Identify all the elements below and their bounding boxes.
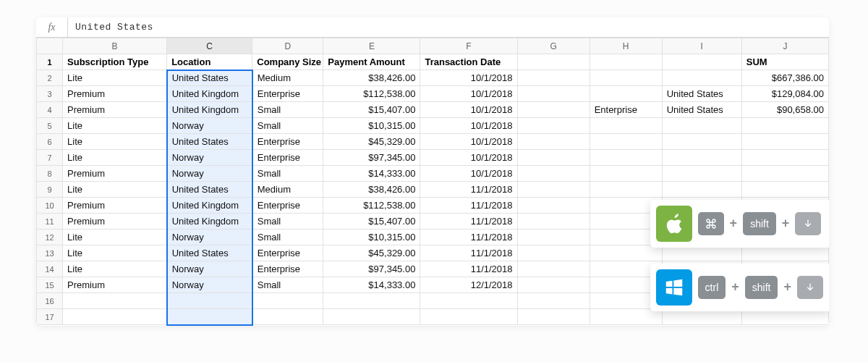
col-header-J[interactable]: J [741,38,828,54]
cell-selected[interactable]: Norway [167,230,252,245]
cell[interactable]: Premium [63,214,167,230]
row-header[interactable]: 3 [37,86,63,102]
cell[interactable]: Transaction Date [420,54,517,70]
cell[interactable]: Lite [63,245,167,261]
cell[interactable]: Premium [63,198,167,214]
cell[interactable]: SUM [741,54,828,70]
cell-selected[interactable]: Norway [167,261,252,277]
cell[interactable]: Lite [63,230,167,245]
row-header[interactable]: 7 [37,150,63,166]
cell[interactable] [662,182,741,198]
cell-selected[interactable]: United States [167,70,252,86]
cell-selected[interactable]: United Kingdom [167,86,252,102]
cell[interactable] [517,245,590,261]
cell[interactable]: 11/1/2018 [420,245,517,261]
cell[interactable] [517,166,590,182]
cell[interactable]: 11/1/2018 [420,214,517,230]
cell[interactable] [323,293,420,309]
cell-selected[interactable]: United Kingdom [167,198,252,214]
cell[interactable]: 12/1/2018 [420,277,517,293]
cell[interactable]: $14,333.00 [323,166,420,182]
cell[interactable]: Enterprise [252,198,323,214]
cell[interactable]: $90,658.00 [741,102,828,118]
row-header[interactable]: 15 [37,277,63,293]
cell[interactable]: 10/1/2018 [420,150,517,166]
cell[interactable] [590,118,662,134]
cell[interactable]: Payment Amount [323,54,420,70]
cell[interactable] [662,118,741,134]
cell[interactable] [741,182,828,198]
cell[interactable]: Enterprise [252,134,323,150]
col-header-C[interactable]: C [167,38,252,54]
cell[interactable] [741,166,828,182]
cell[interactable]: 11/1/2018 [420,198,517,214]
cell-selected[interactable]: Norway [167,118,252,134]
formula-bar[interactable]: fx United States [36,17,829,38]
cell[interactable] [662,150,741,166]
cell[interactable]: 10/1/2018 [420,70,517,86]
col-header-E[interactable]: E [323,38,420,54]
cell[interactable] [741,150,828,166]
cell[interactable]: Subscription Type [63,54,167,70]
cell[interactable] [590,86,662,102]
formula-input[interactable]: United States [68,22,829,33]
cell[interactable]: Lite [63,182,167,198]
cell[interactable]: 10/1/2018 [420,86,517,102]
row-header[interactable]: 8 [37,166,63,182]
cell[interactable] [662,134,741,150]
cell[interactable] [662,166,741,182]
cell[interactable]: $14,333.00 [323,277,420,293]
cell[interactable] [517,230,590,245]
cell[interactable]: Small [252,214,323,230]
cell[interactable] [517,102,590,118]
cell[interactable]: 11/1/2018 [420,230,517,245]
cell[interactable]: Small [252,102,323,118]
cell[interactable]: $10,315.00 [323,230,420,245]
cell[interactable] [590,54,662,70]
cell[interactable]: Location [167,54,252,70]
cell[interactable]: Small [252,118,323,134]
cell[interactable] [662,54,741,70]
cell[interactable]: Enterprise [252,261,323,277]
cell-selected[interactable]: United States [167,134,252,150]
cell[interactable] [590,309,662,325]
cell[interactable] [590,134,662,150]
cell[interactable] [517,182,590,198]
cell[interactable] [517,293,590,309]
cell[interactable]: 10/1/2018 [420,118,517,134]
cell[interactable] [662,309,741,325]
cell[interactable] [517,134,590,150]
cell-selected[interactable]: Norway [167,150,252,166]
cell[interactable]: Premium [63,166,167,182]
cell[interactable] [590,166,662,182]
cell[interactable]: $112,538.00 [323,198,420,214]
cell[interactable] [517,214,590,230]
cell[interactable]: 11/1/2018 [420,182,517,198]
cell[interactable]: Lite [63,150,167,166]
cell[interactable]: Enterprise [252,245,323,261]
cell[interactable]: Lite [63,134,167,150]
col-header-H[interactable]: H [590,38,662,54]
cell[interactable] [517,118,590,134]
cell[interactable]: United States [662,102,741,118]
cell[interactable] [590,70,662,86]
cell[interactable]: Medium [252,70,323,86]
row-header[interactable]: 5 [37,118,63,134]
cell-selected[interactable]: Norway [167,277,252,293]
cell[interactable]: Lite [63,261,167,277]
cell[interactable]: Small [252,230,323,245]
cell[interactable]: Premium [63,102,167,118]
cell[interactable] [741,118,828,134]
cell[interactable]: 10/1/2018 [420,102,517,118]
cell[interactable]: $667,386.00 [741,70,828,86]
row-header[interactable]: 12 [37,230,63,245]
row-header[interactable]: 11 [37,214,63,230]
cell[interactable] [517,150,590,166]
cell[interactable] [590,150,662,166]
cell[interactable]: $38,426.00 [323,70,420,86]
cell[interactable] [252,309,323,325]
cell-selected[interactable] [167,293,252,309]
cell-selected[interactable]: United States [167,182,252,198]
cell[interactable] [420,309,517,325]
cell-selected[interactable] [167,309,252,325]
